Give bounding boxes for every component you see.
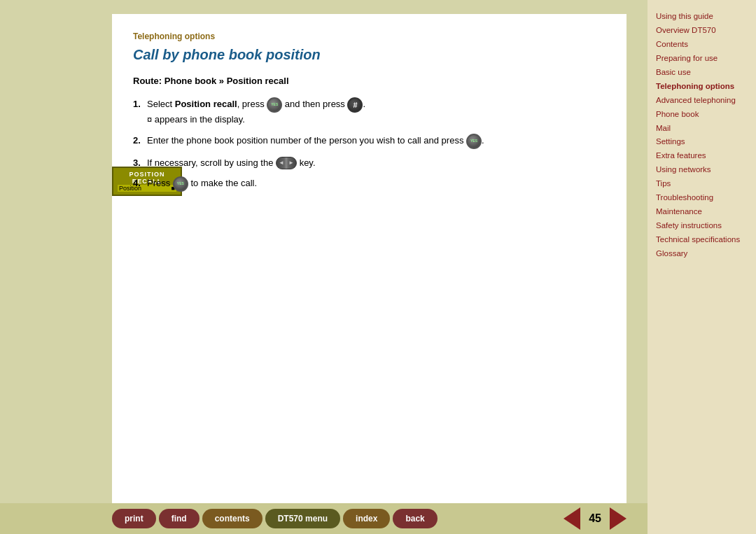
sidebar-item-9[interactable]: Settings xyxy=(656,136,748,148)
sidebar-item-2[interactable]: Contents xyxy=(656,38,748,50)
prev-page-arrow[interactable] xyxy=(564,507,580,530)
sidebar-item-5[interactable]: Telephoning options xyxy=(656,80,748,92)
step-3-num: 3. xyxy=(133,156,141,170)
step-3: 3. If necessary, scroll by using the key… xyxy=(133,156,606,170)
content-area: Telephoning options Call by phone book p… xyxy=(0,0,648,534)
steps-list: 1. Select Position recall, press and the… xyxy=(133,97,606,192)
sidebar: Using this guideOverview DT570ContentsPr… xyxy=(648,0,756,534)
next-page-arrow[interactable] xyxy=(610,507,626,530)
nav-button xyxy=(276,157,297,169)
menu-button[interactable]: DT570 menu xyxy=(265,509,340,528)
sidebar-item-1[interactable]: Overview DT570 xyxy=(656,24,748,36)
step-1-bold: Position recall xyxy=(175,99,237,109)
print-button[interactable]: print xyxy=(112,509,156,528)
yes-button-4 xyxy=(173,176,188,192)
sidebar-item-7[interactable]: Phone book xyxy=(656,108,748,120)
find-button[interactable]: find xyxy=(159,509,200,528)
sidebar-item-17[interactable]: Glossary xyxy=(656,248,748,260)
step-1: 1. Select Position recall, press and the… xyxy=(133,97,606,127)
sidebar-item-0[interactable]: Using this guide xyxy=(656,10,748,22)
page-title: Call by phone book position xyxy=(133,47,606,63)
main-container: POSITION RECALL Position ■ Telephoning o… xyxy=(0,0,756,534)
route-line: Route: Phone book » Position recall xyxy=(133,76,606,86)
back-button[interactable]: back xyxy=(393,509,437,528)
step-4-num: 4. xyxy=(133,176,141,190)
sidebar-item-14[interactable]: Maintenance xyxy=(656,206,748,218)
step-2: 2. Enter the phone book position number … xyxy=(133,134,606,149)
white-content: Telephoning options Call by phone book p… xyxy=(112,14,626,503)
sidebar-item-16[interactable]: Technical specifications xyxy=(656,234,748,246)
sidebar-item-3[interactable]: Preparing for use xyxy=(656,52,748,64)
sidebar-item-8[interactable]: Mail xyxy=(656,122,748,134)
sidebar-item-6[interactable]: Advanced telephoning xyxy=(656,94,748,106)
page-number-area: 45 xyxy=(564,507,626,530)
step-2-num: 2. xyxy=(133,134,141,148)
page-number: 45 xyxy=(583,512,607,525)
sidebar-item-15[interactable]: Safety instructions xyxy=(656,220,748,232)
hash-button xyxy=(347,97,363,113)
index-button[interactable]: index xyxy=(343,509,390,528)
yes-button-2 xyxy=(466,134,482,149)
contents-button[interactable]: contents xyxy=(202,509,262,528)
step-1-num: 1. xyxy=(133,97,141,111)
sidebar-item-10[interactable]: Extra features xyxy=(656,150,748,162)
sidebar-item-4[interactable]: Basic use xyxy=(656,66,748,78)
sidebar-item-11[interactable]: Using networks xyxy=(656,164,748,176)
yes-button-1 xyxy=(267,97,282,113)
sidebar-item-13[interactable]: Troubleshooting xyxy=(656,192,748,204)
toolbar: print find contents DT570 menu index bac… xyxy=(0,503,648,534)
breadcrumb: Telephoning options xyxy=(133,31,606,41)
step-4: 4. Press to make the call. xyxy=(133,176,606,192)
sidebar-item-12[interactable]: Tips xyxy=(656,178,748,190)
